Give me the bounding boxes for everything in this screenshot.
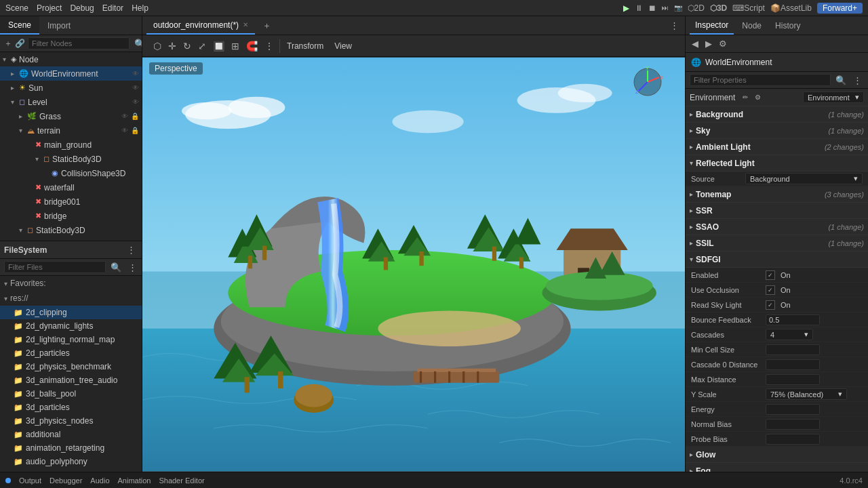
viewport-canvas[interactable]: Perspective X Y Z xyxy=(142,57,685,472)
menu-debug[interactable]: Debug xyxy=(70,3,94,13)
toolbar-select-icon[interactable]: ⬡ xyxy=(151,39,164,53)
viewport-options-icon[interactable]: ⋮ xyxy=(668,20,681,31)
menu-project[interactable]: Project xyxy=(37,3,62,13)
prop-maxdist-input[interactable]: 204.8 xyxy=(766,374,820,385)
tab-close-icon[interactable]: ✕ xyxy=(243,21,248,28)
tab-inspector[interactable]: Inspector xyxy=(690,16,734,35)
fs-item-anim-retargeting[interactable]: 📁 animation_retargeting xyxy=(0,441,142,455)
fs-item-3d-animation[interactable]: 📁 3d_animation_tree_audio xyxy=(0,373,142,387)
tab-scene[interactable]: Scene xyxy=(0,16,39,35)
fs-item-3d-particles[interactable]: 📁 3d_particles xyxy=(0,401,142,414)
toolbar-rotate-icon[interactable]: ↻ xyxy=(180,39,194,53)
toolbar-move-icon[interactable]: ✛ xyxy=(165,39,179,53)
fs-item-audio-polyphony[interactable]: 📁 audio_polyphony xyxy=(0,455,142,468)
prop-normalbias-input[interactable]: 1.1 xyxy=(766,419,820,430)
prop-skylight-checkbox[interactable]: ✓ xyxy=(766,300,775,310)
cam-button[interactable]: 📷 xyxy=(674,4,682,12)
fs-filter-input[interactable] xyxy=(4,261,106,273)
fs-item-2d-particles[interactable]: 📁 2d_particles xyxy=(0,346,142,360)
tree-item-waterfall[interactable]: ✖ waterfall xyxy=(0,180,142,195)
status-animation[interactable]: Animation xyxy=(118,476,151,485)
prop-probebias-input[interactable]: 1.1 xyxy=(766,434,820,445)
fs-menu-icon[interactable]: ⋮ xyxy=(125,244,138,256)
fs-options-icon[interactable]: ⋮ xyxy=(126,262,139,273)
fs-item-additional[interactable]: 📁 additional xyxy=(0,428,142,441)
inspector-filter-icon[interactable]: 🔍 xyxy=(833,75,848,86)
section-tonemap[interactable]: ▸ Tonemap (3 changes) xyxy=(686,186,868,203)
prop-yscale-dropdown[interactable]: 75% (Balanced) ▾ xyxy=(766,388,847,400)
tab-outdoor-env[interactable]: outdoor_environment(*) ✕ xyxy=(146,16,255,35)
inspector-options-icon[interactable]: ⋮ xyxy=(851,75,864,86)
section-glow[interactable]: ▸ Glow xyxy=(686,447,868,463)
tree-item-mainground[interactable]: ✖ main_ground xyxy=(0,138,142,152)
toolbar-scale-icon[interactable]: ⤢ xyxy=(195,39,209,53)
fs-res-section[interactable]: ▾ res:// xyxy=(0,291,142,306)
prop-mincell-input[interactable]: 0.2 xyxy=(766,344,820,355)
fs-item-2d-lighting[interactable]: 📁 2d_lighting_normal_map xyxy=(0,333,142,346)
toolbar-snap-icon[interactable]: 🧲 xyxy=(243,39,260,53)
status-debugger[interactable]: Debugger xyxy=(50,476,82,485)
fs-item-2d-physics[interactable]: 📁 2d_physics_benchmark xyxy=(0,360,142,373)
scene-filter-search-icon[interactable]: 🔍 xyxy=(132,38,142,49)
section-ssao[interactable]: ▸ SSAO (1 change) xyxy=(686,219,868,235)
fs-item-3d-physics[interactable]: 📁 3d_physics_nodes xyxy=(0,414,142,428)
tree-item-staticbody1[interactable]: ▾ ◻ StaticBody3D xyxy=(0,152,142,166)
tree-item-grass[interactable]: ▸ 🌿 Grass 👁 🔒 xyxy=(0,109,142,123)
play-button[interactable]: ▶ xyxy=(623,3,629,13)
status-shader[interactable]: Shader Editor xyxy=(159,476,204,485)
env-settings-icon[interactable]: ⚙ xyxy=(753,93,763,102)
menu-editor[interactable]: Editor xyxy=(102,3,123,13)
tab-add-button[interactable]: ＋ xyxy=(260,19,273,33)
inspector-history-forward[interactable]: ▶ xyxy=(703,38,714,49)
status-output[interactable]: Output xyxy=(19,476,41,485)
tree-item-worldenv[interactable]: ▸ 🌐 WorldEnvironment 👁 xyxy=(0,66,142,81)
toolbar-transform-label[interactable]: Transform xyxy=(283,41,328,51)
scene-chain-icon[interactable]: 🔗 xyxy=(15,39,25,48)
prop-enabled-checkbox[interactable]: ✓ xyxy=(766,270,775,280)
mode-assetlib[interactable]: 📦AssetLib xyxy=(770,3,812,13)
fs-item-3d-balls[interactable]: 📁 3d_balls_pool xyxy=(0,387,142,401)
tree-item-sun[interactable]: ▸ ☀ Sun 👁 xyxy=(0,81,142,95)
menu-help[interactable]: Help xyxy=(132,3,149,13)
fs-filter-icon[interactable]: 🔍 xyxy=(108,262,123,273)
tree-item-terrain[interactable]: ▾ ⛰ terrain 👁 🔒 xyxy=(0,123,142,138)
menu-scene[interactable]: Scene xyxy=(5,3,28,13)
tree-item-node[interactable]: ▾ ◈ Node xyxy=(0,52,142,66)
scene-add-icon[interactable]: ＋ xyxy=(4,38,12,49)
fs-item-2d-dynamic[interactable]: 📁 2d_dynamic_lights xyxy=(0,319,142,333)
stop-button[interactable]: ⏹ xyxy=(648,3,656,13)
pause-button[interactable]: ⏸ xyxy=(635,3,643,13)
tree-item-collshape2[interactable]: ◉ CollisionShape3D xyxy=(0,237,142,241)
prop-cascades-dropdown[interactable]: 4 ▾ xyxy=(766,329,813,340)
env-type-dropdown[interactable]: Environment ▾ xyxy=(803,92,864,103)
env-edit-icon[interactable]: ✏ xyxy=(741,93,750,102)
tree-item-bridge001[interactable]: ✖ bridge001 xyxy=(0,195,142,209)
forward-plus-button[interactable]: Forward+ xyxy=(817,3,863,14)
tree-item-collshape1[interactable]: ◉ CollisionShape3D xyxy=(0,166,142,180)
section-fog[interactable]: ▸ Fog xyxy=(686,463,868,472)
fs-item-2d-clipping[interactable]: 📁 2d_clipping xyxy=(0,306,142,319)
mode-3d[interactable]: ⬡3D xyxy=(710,3,727,13)
tab-history[interactable]: History xyxy=(770,16,806,35)
tree-item-bridge[interactable]: ✖ bridge xyxy=(0,209,142,223)
inspector-gear-icon[interactable]: ⚙ xyxy=(717,38,729,49)
perspective-label[interactable]: Perspective xyxy=(149,62,203,75)
prop-source-dropdown[interactable]: Background ▾ xyxy=(745,173,863,184)
tab-node[interactable]: Node xyxy=(736,16,767,35)
mode-script[interactable]: ⌨Script xyxy=(732,3,765,13)
section-ambient[interactable]: ▸ Ambient Light (2 changes) xyxy=(686,139,868,155)
status-audio[interactable]: Audio xyxy=(90,476,109,485)
toolbar-view-label[interactable]: View xyxy=(330,41,356,51)
tree-item-staticbody2[interactable]: ▾ ◻ StaticBody3D xyxy=(0,223,142,237)
prop-bounce-input[interactable]: 0.5 xyxy=(766,314,820,325)
mode-2d[interactable]: ⬡2D xyxy=(688,3,705,13)
fs-favorites-section[interactable]: ▾ Favorites: xyxy=(0,276,142,291)
scene-filter-input[interactable] xyxy=(28,37,130,49)
section-sky[interactable]: ▸ Sky (1 change) xyxy=(686,123,868,139)
step-button[interactable]: ⏭ xyxy=(662,4,669,12)
inspector-history-back[interactable]: ◀ xyxy=(690,38,701,49)
toolbar-more-icon[interactable]: ⋮ xyxy=(262,39,277,53)
section-ssil[interactable]: ▸ SSIL (1 change) xyxy=(686,235,868,251)
prop-casc0-input[interactable]: 12.8 xyxy=(766,359,820,370)
section-reflected[interactable]: ▾ Reflected Light xyxy=(686,155,868,171)
